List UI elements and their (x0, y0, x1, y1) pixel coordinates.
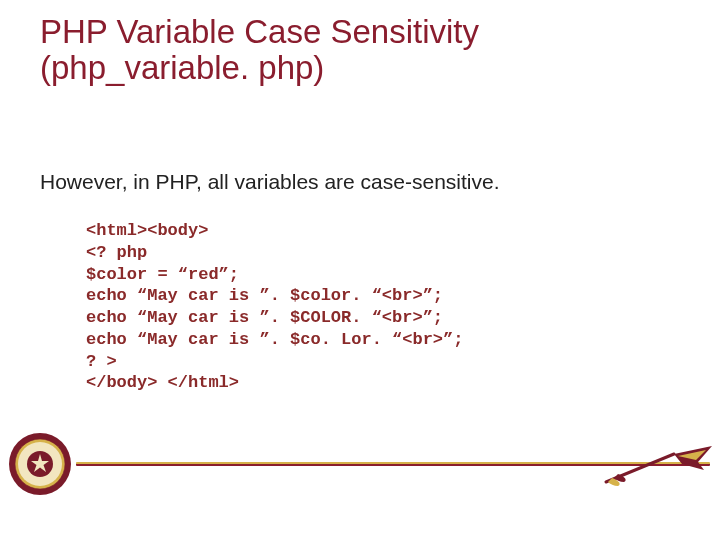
title-line-1: PHP Variable Case Sensitivity (40, 13, 479, 50)
slide: PHP Variable Case Sensitivity (php_varia… (0, 0, 720, 540)
university-seal-logo (8, 432, 72, 496)
slide-title: PHP Variable Case Sensitivity (php_varia… (40, 14, 680, 85)
spear-logo (604, 442, 714, 488)
title-line-2: (php_variable. php) (40, 49, 324, 86)
body-paragraph: However, in PHP, all variables are case-… (40, 170, 680, 194)
code-block: <html><body> <? php $color = “red”; echo… (86, 220, 463, 394)
